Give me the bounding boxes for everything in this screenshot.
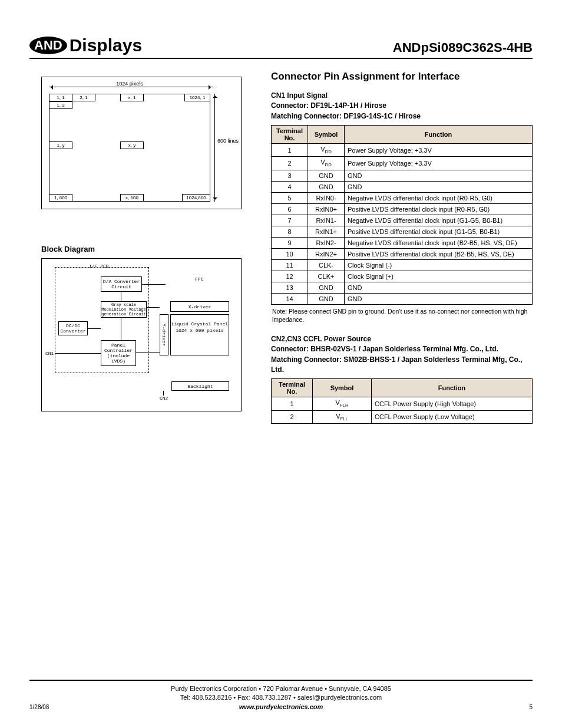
backlight-box: Backlight bbox=[171, 381, 229, 391]
cn23-title-line2: Connector: BHSR-02VS-1 / Japan Solderles… bbox=[271, 344, 533, 354]
cn1-title-line3: Matching Connector: DF19G-14S-1C / Hiros… bbox=[271, 111, 533, 121]
page-footer: Purdy Electronics Corporation • 720 Palo… bbox=[29, 680, 533, 711]
col-function: Function bbox=[372, 379, 533, 397]
col-terminal: Terminal No. bbox=[272, 126, 308, 144]
table-row: 13GNDGND bbox=[272, 282, 533, 293]
symbol: VFLL bbox=[313, 410, 372, 423]
table-row: 14GNDGND bbox=[272, 293, 533, 304]
symbol: RxIN1+ bbox=[308, 226, 345, 237]
symbol: GND bbox=[308, 170, 345, 181]
symbol: GND bbox=[308, 293, 345, 304]
table-row: 1VDDPower Supply Voltage; +3.3V bbox=[272, 144, 533, 157]
arrow-vertical-icon bbox=[214, 94, 215, 202]
cell: x, y bbox=[120, 141, 144, 149]
section-title: Connector Pin Assignment for Interface bbox=[271, 71, 533, 83]
arrow-horizontal-icon bbox=[49, 87, 213, 87]
cell: 1, 1 bbox=[49, 94, 72, 101]
function: Positive LVDS differential clock input (… bbox=[345, 248, 533, 259]
table-row: 2VFLLCCFL Power Supply (Low Voltage) bbox=[272, 410, 533, 423]
terminal-no: 4 bbox=[272, 181, 308, 192]
function: Clock Signal (+) bbox=[345, 271, 533, 282]
connector-line bbox=[163, 391, 164, 396]
cell: 1, 600 bbox=[49, 194, 72, 202]
connector-line bbox=[136, 352, 160, 353]
terminal-no: 14 bbox=[272, 293, 308, 304]
col-symbol: Symbol bbox=[313, 379, 372, 397]
logo-badge: AND bbox=[29, 37, 67, 54]
x-driver-box: X-driver bbox=[170, 301, 229, 312]
table-row: 6RxIN0+Positive LVDS differential clock … bbox=[272, 203, 533, 215]
col-terminal: Terminal No. bbox=[272, 379, 313, 397]
terminal-no: 10 bbox=[272, 248, 308, 259]
lcd-panel-line2: 1024 x 600 pixels bbox=[171, 327, 229, 334]
cell: 1, y bbox=[49, 141, 72, 149]
cn1-note: Note: Please connect GND pin to ground. … bbox=[272, 307, 531, 324]
footer-page: 5 bbox=[529, 703, 533, 711]
footer-line1: Purdy Electronics Corporation • 720 Palo… bbox=[29, 684, 533, 693]
pixel-grid: 1, 1 2, 1 x, 1 1024, 1 1, 2 1, y x, y 1,… bbox=[49, 94, 210, 202]
right-column: Connector Pin Assignment for Interface C… bbox=[271, 71, 533, 424]
symbol: VFLH bbox=[313, 397, 372, 410]
terminal-no: 1 bbox=[272, 397, 313, 410]
table-row: 10RxIN2+Positive LVDS differential clock… bbox=[272, 248, 533, 259]
cn23-title-line1: CN2,CN3 CCFL Power Source bbox=[271, 334, 533, 344]
col-function: Function bbox=[345, 126, 533, 144]
pixel-map-diagram: 1024 pixels 600 lines 1, 1 2, 1 x, 1 102… bbox=[41, 77, 242, 209]
cell: x, 1 bbox=[120, 94, 144, 101]
table-row: 11CLK-Clock Signal (-) bbox=[272, 259, 533, 271]
terminal-no: 8 bbox=[272, 226, 308, 237]
terminal-no: 1 bbox=[272, 144, 308, 157]
dcdc-box: DC/DC Converter bbox=[58, 321, 88, 335]
logo: AND Displays bbox=[29, 35, 142, 55]
cn2-label: CN2 bbox=[160, 396, 168, 401]
terminal-no: 2 bbox=[272, 410, 313, 423]
function: Power Supply Voltage; +3.3V bbox=[345, 157, 533, 170]
symbol: GND bbox=[308, 282, 345, 293]
lcd-panel-line1: Liquid Crystal Panel bbox=[171, 321, 229, 327]
footer-date: 1/28/08 bbox=[29, 703, 49, 711]
cn1-heading: CN1 Input Signal Connector: DF19L-14P-1H… bbox=[271, 91, 533, 121]
table-header-row: Terminal No. Symbol Function bbox=[272, 126, 533, 144]
function: Negative LVDS differential clock input (… bbox=[345, 192, 533, 203]
symbol: RxIN1- bbox=[308, 215, 345, 226]
symbol: RxIN0- bbox=[308, 192, 345, 203]
table-row: 2VDDPower Supply Voltage; +3.3V bbox=[272, 157, 533, 170]
table-row: 7RxIN1-Negative LVDS differential clock … bbox=[272, 215, 533, 226]
terminal-no: 5 bbox=[272, 192, 308, 203]
symbol: CLK- bbox=[308, 259, 345, 271]
function: GND bbox=[345, 181, 533, 192]
symbol: VDD bbox=[308, 157, 345, 170]
cn1-title-line1: CN1 Input Signal bbox=[271, 91, 533, 101]
connector-line bbox=[147, 307, 160, 308]
function: CCFL Power Supply (High Voltage) bbox=[372, 397, 533, 410]
terminal-no: 3 bbox=[272, 170, 308, 181]
terminal-no: 2 bbox=[272, 157, 308, 170]
table-row: 1VFLHCCFL Power Supply (High Voltage) bbox=[272, 397, 533, 410]
cell: 1, 2 bbox=[49, 101, 72, 109]
logo-text: Displays bbox=[70, 35, 142, 55]
table-row: 8RxIN1+Positive LVDS differential clock … bbox=[272, 226, 533, 237]
col-symbol: Symbol bbox=[308, 126, 345, 144]
terminal-no: 12 bbox=[272, 271, 308, 282]
terminal-no: 9 bbox=[272, 237, 308, 248]
function: CCFL Power Supply (Low Voltage) bbox=[372, 410, 533, 423]
gray-scale-box: Gray scale Modulation Voltage generation… bbox=[101, 301, 147, 318]
connector-line bbox=[88, 328, 101, 329]
table-row: 4GNDGND bbox=[272, 181, 533, 192]
part-number: ANDpSi089C362S-4HB bbox=[393, 40, 533, 55]
table-row: 12CLK+Clock Signal (+) bbox=[272, 271, 533, 282]
cn23-heading: CN2,CN3 CCFL Power Source Connector: BHS… bbox=[271, 334, 533, 375]
symbol: RxIN0+ bbox=[308, 203, 345, 215]
cell: x, 600 bbox=[120, 194, 144, 202]
cn1-pin-table: Terminal No. Symbol Function 1VDDPower S… bbox=[271, 125, 533, 304]
symbol: GND bbox=[308, 181, 345, 192]
page-header: AND Displays ANDpSi089C362S-4HB bbox=[29, 35, 533, 59]
function: GND bbox=[345, 170, 533, 181]
block-diagram-title: Block Diagram bbox=[41, 245, 253, 253]
function: Positive LVDS differential clock input (… bbox=[345, 203, 533, 215]
function: GND bbox=[345, 282, 533, 293]
panel-controller-box: Panel Controller (include LVDS) bbox=[101, 340, 136, 366]
cn1-label: CN1 bbox=[45, 351, 54, 356]
function: GND bbox=[345, 293, 533, 304]
footer-url: www.purdyelectronics.com bbox=[29, 703, 533, 711]
